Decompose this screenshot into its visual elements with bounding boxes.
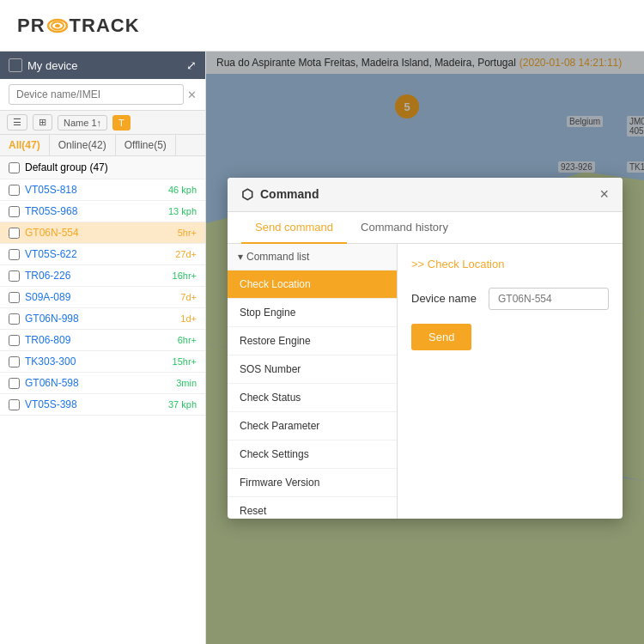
check-location-link[interactable]: >> Check Location <box>411 258 609 270</box>
sidebar: My device ⤢ ✕ ☰ ⊞ Name 1↑ T All(47) Onli… <box>0 52 206 644</box>
list-item[interactable]: TK303-300 15hr+ <box>0 351 205 373</box>
tab-online[interactable]: Online(42) <box>50 135 116 155</box>
sidebar-title: My device <box>27 59 78 72</box>
logo-text-post: TRACK <box>70 15 140 37</box>
list-item[interactable]: VT05S-818 46 kph <box>0 179 205 201</box>
device-name: TR06-809 <box>25 334 173 346</box>
modal-title: ⬡ Command <box>241 186 319 203</box>
device-name: VT05S-622 <box>25 248 170 260</box>
modal-title-text: Command <box>260 187 319 201</box>
device-checkbox[interactable] <box>9 228 20 239</box>
tab-send-command[interactable]: Send command <box>241 212 347 244</box>
device-status: 7d+ <box>180 292 197 302</box>
device-checkbox[interactable] <box>9 335 20 346</box>
command-list-panel: ▾ Command list Check Location Stop Engin… <box>228 244 398 519</box>
logo: PR TRACK <box>17 15 140 37</box>
send-button[interactable]: Send <box>411 324 471 350</box>
device-status: 46 kph <box>168 185 197 195</box>
sort-btn[interactable]: Name 1↑ <box>58 115 107 131</box>
device-name: TR05S-968 <box>25 205 163 217</box>
device-status: 37 kph <box>168 399 197 410</box>
sidebar-expand-icon[interactable]: ⤢ <box>186 58 197 72</box>
list-item[interactable]: GT06N-998 1d+ <box>0 308 205 330</box>
list-icon-btn[interactable]: ☰ <box>7 114 27 131</box>
list-item[interactable]: TR05S-968 13 kph <box>0 201 205 222</box>
command-item-check-location[interactable]: Check Location <box>228 270 397 299</box>
command-item-sos-number[interactable]: SOS Number <box>228 355 397 384</box>
device-name: TR06-226 <box>25 270 167 282</box>
command-item-firmware-version[interactable]: Firmware Version <box>228 469 397 497</box>
monitor-icon <box>9 58 22 72</box>
header: PR TRACK <box>0 0 644 52</box>
modal-body: ▾ Command list Check Location Stop Engin… <box>228 244 623 519</box>
device-name-field[interactable] <box>489 288 609 310</box>
device-status: 27d+ <box>175 249 197 259</box>
device-status: 3min <box>176 378 197 388</box>
device-status: 13 kph <box>168 206 197 216</box>
device-checkbox[interactable] <box>9 292 20 303</box>
tab-all[interactable]: All(47) <box>0 135 50 155</box>
device-status: 6hr+ <box>178 335 197 345</box>
device-tabs: All(47) Online(42) Offline(5) <box>0 135 205 156</box>
svg-point-2 <box>55 24 60 27</box>
device-group: Default group (47) <box>0 156 205 179</box>
device-name: GT06N-598 <box>25 377 171 389</box>
command-item-reset[interactable]: Reset <box>228 497 397 519</box>
list-item[interactable]: GT06N-554 5hr+ <box>0 222 205 244</box>
command-icon: ⬡ <box>241 186 253 203</box>
device-name: VT05S-818 <box>25 184 163 196</box>
modal-close-button[interactable]: × <box>599 186 609 202</box>
device-checkbox[interactable] <box>9 185 20 196</box>
group-checkbox[interactable] <box>9 162 20 173</box>
list-item[interactable]: TR06-226 16hr+ <box>0 265 205 287</box>
command-modal: ⬡ Command × Send command Command history… <box>228 178 623 519</box>
list-item[interactable]: S09A-089 7d+ <box>0 287 205 308</box>
device-checkbox[interactable] <box>9 378 20 389</box>
sidebar-toolbar: ☰ ⊞ Name 1↑ T <box>0 111 205 135</box>
list-item[interactable]: TR06-809 6hr+ <box>0 330 205 351</box>
device-checkbox[interactable] <box>9 313 20 325</box>
grid-icon-btn[interactable]: ⊞ <box>33 114 52 131</box>
sidebar-header: My device ⤢ <box>0 52 205 79</box>
command-item-stop-engine[interactable]: Stop Engine <box>228 299 397 327</box>
tab-offline[interactable]: Offline(5) <box>116 135 176 155</box>
logo-text-pre: PR <box>17 15 46 37</box>
device-checkbox[interactable] <box>9 356 20 368</box>
sidebar-search: ✕ <box>0 79 205 111</box>
map-area: Rua do Aspirante Mota Freitas, Madeira I… <box>206 52 644 644</box>
device-status: 16hr+ <box>173 270 197 281</box>
modal-overlay: ⬡ Command × Send command Command history… <box>206 52 644 644</box>
logo-signal-icon <box>47 15 68 36</box>
search-clear-icon[interactable]: ✕ <box>187 88 197 101</box>
device-name: VT05S-398 <box>25 398 163 410</box>
group-label: Default group (47) <box>25 161 108 173</box>
device-checkbox[interactable] <box>9 206 20 217</box>
device-status: 1d+ <box>180 313 197 324</box>
search-input[interactable] <box>9 84 184 105</box>
collapse-icon: ▾ <box>238 251 243 263</box>
device-checkbox[interactable] <box>9 270 20 282</box>
device-name-row: Device name <box>411 288 609 310</box>
tab-command-history[interactable]: Command history <box>347 212 462 244</box>
device-name: S09A-089 <box>25 291 175 303</box>
command-item-check-settings[interactable]: Check Settings <box>228 440 397 469</box>
modal-tabs: Send command Command history <box>228 212 623 244</box>
command-item-check-parameter[interactable]: Check Parameter <box>228 412 397 440</box>
command-item-check-status[interactable]: Check Status <box>228 384 397 412</box>
device-status: 5hr+ <box>178 228 197 238</box>
device-name: TK303-300 <box>25 355 167 368</box>
device-checkbox[interactable] <box>9 249 20 260</box>
filter-btn[interactable]: T <box>112 115 131 131</box>
list-item[interactable]: GT06N-598 3min <box>0 373 205 394</box>
device-checkbox[interactable] <box>9 399 20 410</box>
command-right-panel: >> Check Location Device name Send <box>398 244 623 519</box>
command-list-title: Command list <box>246 251 309 263</box>
device-name: GT06N-998 <box>25 313 175 325</box>
command-item-restore-engine[interactable]: Restore Engine <box>228 327 397 355</box>
modal-header: ⬡ Command × <box>228 178 623 212</box>
list-item[interactable]: VT05S-398 37 kph <box>0 394 205 416</box>
command-list-header: ▾ Command list <box>228 244 397 270</box>
device-status: 15hr+ <box>173 356 197 367</box>
list-item[interactable]: VT05S-622 27d+ <box>0 244 205 265</box>
device-name-label: Device name <box>411 292 480 305</box>
